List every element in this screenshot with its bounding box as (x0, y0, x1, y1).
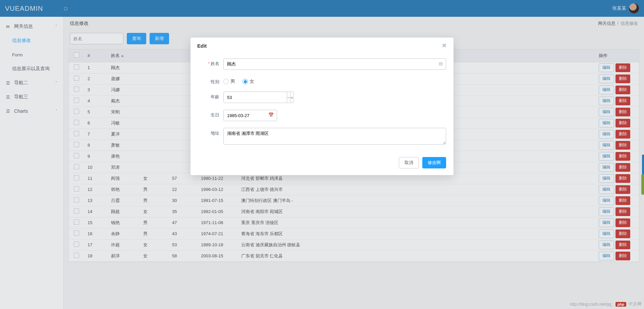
calendar-icon: 📅 (268, 112, 274, 117)
submit-button[interactable]: 修改啊 (422, 157, 446, 168)
modal-overlay: Edit ✕ *姓名 ▤ 性别 男 女 (0, 0, 644, 309)
address-textarea[interactable] (223, 128, 446, 145)
label-name: 姓名 (211, 61, 219, 66)
cancel-button[interactable]: 取消 (399, 157, 419, 168)
dialog-title: Edit (197, 43, 207, 49)
decrease-button[interactable]: − (287, 92, 290, 103)
label-sex: 性别 (211, 79, 219, 84)
label-addr: 地址 (211, 131, 219, 136)
label-birth: 生日 (211, 112, 219, 117)
edit-dialog: Edit ✕ *姓名 ▤ 性别 男 女 (191, 38, 453, 175)
age-input[interactable] (223, 92, 287, 103)
increase-button[interactable]: + (290, 92, 294, 103)
watermark: http://blog.csdn.net/qq_ php 中文网 (570, 301, 641, 307)
radio-female[interactable]: 女 (243, 79, 254, 85)
feedback-tab[interactable] (641, 174, 644, 195)
close-icon[interactable]: ✕ (442, 42, 447, 49)
name-input[interactable] (223, 58, 446, 70)
radio-male[interactable]: 男 (223, 79, 235, 85)
label-age: 年龄 (211, 94, 219, 99)
card-icon: ▤ (439, 61, 443, 66)
